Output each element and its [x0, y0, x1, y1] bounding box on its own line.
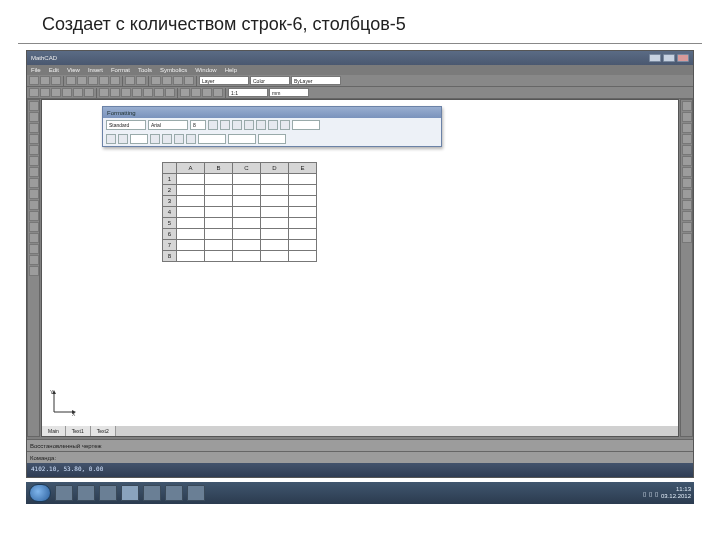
cell[interactable] [261, 218, 289, 229]
row-5[interactable]: 5 [163, 218, 177, 229]
menu-tools[interactable]: Tools [138, 67, 152, 73]
underline-icon[interactable] [232, 120, 242, 130]
layer-field[interactable]: Layer [199, 76, 249, 85]
grid-icon[interactable] [173, 76, 183, 85]
row-field-2[interactable] [198, 134, 226, 144]
style-select[interactable]: Standard [106, 120, 146, 130]
cell[interactable] [289, 218, 317, 229]
tool-e-icon[interactable] [29, 145, 39, 155]
taskbar-explorer-icon[interactable] [55, 485, 73, 501]
cell[interactable] [261, 174, 289, 185]
font-select[interactable]: Arial [148, 120, 188, 130]
preview-icon[interactable] [77, 76, 87, 85]
tool-j-icon[interactable] [29, 200, 39, 210]
menu-file[interactable]: File [31, 67, 41, 73]
rtool-k-icon[interactable] [682, 211, 692, 221]
color-field[interactable]: Color [250, 76, 290, 85]
cell[interactable] [205, 174, 233, 185]
tool-b-icon[interactable] [29, 112, 39, 122]
cell[interactable] [233, 207, 261, 218]
row6-icon[interactable] [186, 134, 196, 144]
tool-d-icon[interactable] [29, 134, 39, 144]
cell[interactable] [289, 240, 317, 251]
formatting-title[interactable]: Formatting [103, 107, 441, 118]
cell[interactable] [177, 229, 205, 240]
menu-symbolics[interactable]: Symbolics [160, 67, 187, 73]
rtool-e-icon[interactable] [682, 145, 692, 155]
cut-icon[interactable] [88, 76, 98, 85]
line-icon[interactable] [29, 88, 39, 97]
cell[interactable] [289, 251, 317, 262]
arc-icon[interactable] [40, 88, 50, 97]
col-d[interactable]: D [261, 163, 289, 174]
cell[interactable] [233, 240, 261, 251]
table-icon[interactable] [213, 88, 223, 97]
cell[interactable] [233, 251, 261, 262]
inserted-table[interactable]: A B C D E 1 2 3 4 5 6 7 8 [162, 162, 317, 262]
align-center-icon[interactable] [256, 120, 266, 130]
start-button[interactable] [29, 484, 51, 502]
italic-icon[interactable] [220, 120, 230, 130]
scale-field[interactable]: 1:1 [228, 88, 268, 97]
menu-edit[interactable]: Edit [49, 67, 59, 73]
cell[interactable] [205, 218, 233, 229]
cell[interactable] [261, 185, 289, 196]
menu-window[interactable]: Window [195, 67, 216, 73]
taskbar-app-icon[interactable] [121, 485, 139, 501]
col-c[interactable]: C [233, 163, 261, 174]
col-e[interactable]: E [289, 163, 317, 174]
tray-vol-icon[interactable]: ▯ [655, 490, 658, 497]
zoom-icon[interactable] [151, 76, 161, 85]
row-2[interactable]: 2 [163, 185, 177, 196]
minimize-button[interactable] [649, 54, 661, 62]
cell[interactable] [233, 229, 261, 240]
bold-icon[interactable] [208, 120, 218, 130]
row-1[interactable]: 1 [163, 174, 177, 185]
units-field[interactable]: mm [269, 88, 309, 97]
tool-n-icon[interactable] [29, 244, 39, 254]
tool-p-icon[interactable] [29, 266, 39, 276]
row-3[interactable]: 3 [163, 196, 177, 207]
redo-icon[interactable] [136, 76, 146, 85]
row5-icon[interactable] [174, 134, 184, 144]
linetype-field[interactable]: ByLayer [291, 76, 341, 85]
tool-f-icon[interactable] [29, 156, 39, 166]
hatch-icon[interactable] [202, 88, 212, 97]
rect-icon[interactable] [62, 88, 72, 97]
tool-g-icon[interactable] [29, 167, 39, 177]
tool-m-icon[interactable] [29, 233, 39, 243]
row-field-1[interactable] [130, 134, 148, 144]
cell[interactable] [233, 185, 261, 196]
menu-insert[interactable]: Insert [88, 67, 103, 73]
close-button[interactable] [677, 54, 689, 62]
row-7[interactable]: 7 [163, 240, 177, 251]
rtool-f-icon[interactable] [682, 156, 692, 166]
cell[interactable] [205, 240, 233, 251]
row-field-4[interactable] [258, 134, 286, 144]
cell[interactable] [233, 196, 261, 207]
tool-o-icon[interactable] [29, 255, 39, 265]
open-icon[interactable] [40, 76, 50, 85]
scale-icon[interactable] [121, 88, 131, 97]
menu-view[interactable]: View [67, 67, 80, 73]
cell[interactable] [205, 196, 233, 207]
tray-flag-icon[interactable]: ▯ [643, 490, 646, 497]
cell[interactable] [261, 196, 289, 207]
rtool-l-icon[interactable] [682, 222, 692, 232]
align-right-icon[interactable] [268, 120, 278, 130]
rtool-b-icon[interactable] [682, 112, 692, 122]
col-a[interactable]: A [177, 163, 205, 174]
menu-format[interactable]: Format [111, 67, 130, 73]
dim-icon[interactable] [180, 88, 190, 97]
cell[interactable] [289, 196, 317, 207]
rtool-a-icon[interactable] [682, 101, 692, 111]
pan-icon[interactable] [162, 76, 172, 85]
tool-k-icon[interactable] [29, 211, 39, 221]
cell[interactable] [177, 207, 205, 218]
spline-icon[interactable] [84, 88, 94, 97]
extend-icon[interactable] [165, 88, 175, 97]
system-tray[interactable]: ▯ ▯ ▯ 11:13 03.12.2012 [643, 486, 691, 500]
cell[interactable] [177, 251, 205, 262]
rtool-m-icon[interactable] [682, 233, 692, 243]
undo-icon[interactable] [125, 76, 135, 85]
